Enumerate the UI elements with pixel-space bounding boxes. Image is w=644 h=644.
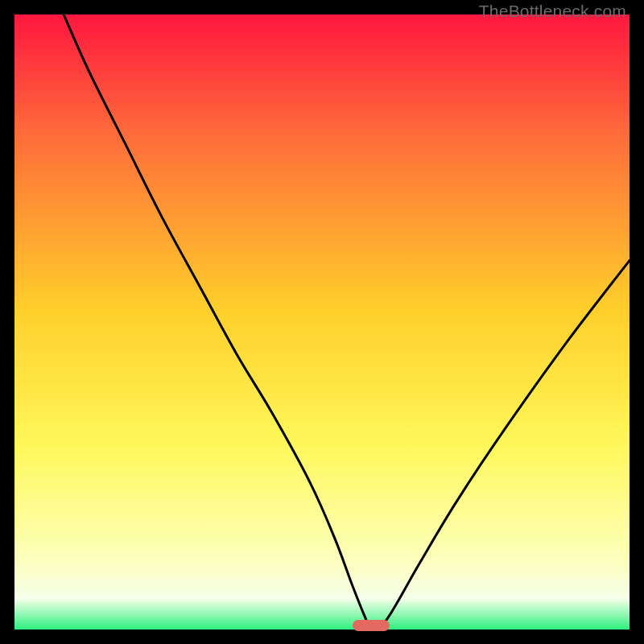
chart-frame [14, 14, 630, 630]
watermark-text: TheBottleneck.com [479, 2, 626, 21]
optimal-marker [353, 620, 390, 631]
bottleneck-chart [14, 14, 630, 630]
